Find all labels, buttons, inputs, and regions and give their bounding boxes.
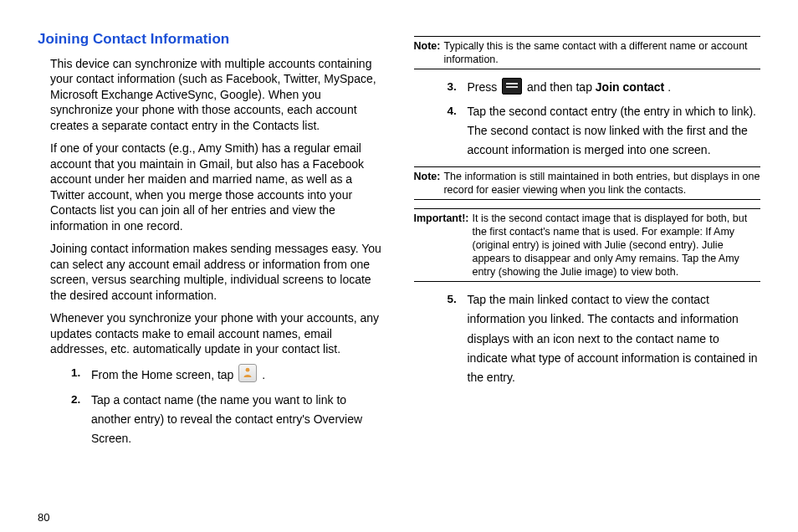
step-text: Tap a contact name (the name you want to… bbox=[91, 393, 362, 445]
page: Joining Contact Information This device … bbox=[0, 0, 798, 532]
note-text: Typically this is the same contact with … bbox=[443, 39, 760, 66]
step-text: Tap the second contact entry (the entry … bbox=[468, 105, 757, 156]
step-item: 3. Press and then tap Join contact . bbox=[448, 78, 761, 97]
step-number: 5. bbox=[448, 290, 457, 309]
step-text: and then tap bbox=[527, 80, 596, 94]
step-text: . bbox=[668, 80, 671, 94]
note-label: Note: bbox=[414, 39, 441, 66]
right-column: Note: Typically this is the same contact… bbox=[414, 29, 761, 506]
step-item: 2. Tap a contact name (the name you want… bbox=[71, 391, 385, 448]
step-item: 5. Tap the main linked contact to view t… bbox=[448, 290, 761, 386]
contacts-icon bbox=[238, 364, 257, 382]
note-block: Note: The information is still maintaine… bbox=[414, 166, 761, 200]
left-column: Joining Contact Information This device … bbox=[38, 29, 385, 506]
steps-list: 1. From the Home screen, tap . 2. Tap a … bbox=[38, 364, 385, 448]
steps-list: 3. Press and then tap Join contact . 4. … bbox=[414, 78, 761, 160]
section-heading: Joining Contact Information bbox=[38, 31, 385, 48]
important-block: Important!: It is the second contact ima… bbox=[414, 208, 761, 282]
svg-point-0 bbox=[246, 368, 250, 372]
paragraph: Whenever you synchronize your phone with… bbox=[50, 310, 385, 356]
step-text: Press bbox=[468, 80, 501, 94]
note-text: The information is still maintained in b… bbox=[443, 170, 760, 197]
page-number: 80 bbox=[38, 506, 760, 532]
step-number: 2. bbox=[71, 391, 80, 409]
note-block: Note: Typically this is the same contact… bbox=[414, 36, 761, 69]
menu-icon bbox=[502, 78, 522, 95]
step-text: . bbox=[262, 368, 265, 381]
important-label: Important!: bbox=[414, 212, 469, 279]
step-text: Tap the main linked contact to view the … bbox=[468, 293, 758, 383]
step-number: 1. bbox=[71, 364, 80, 382]
step-text-bold: Join contact bbox=[596, 80, 664, 94]
step-number: 4. bbox=[448, 102, 457, 120]
important-text: It is the second contact image that is d… bbox=[472, 212, 760, 279]
paragraph: This device can synchronize with multipl… bbox=[50, 56, 385, 133]
step-item: 1. From the Home screen, tap . bbox=[71, 364, 385, 385]
paragraph: If one of your contacts (e.g., Amy Smith… bbox=[50, 141, 385, 233]
step-number: 3. bbox=[448, 78, 457, 96]
note-label: Note: bbox=[414, 170, 441, 197]
step-item: 4. Tap the second contact entry (the ent… bbox=[448, 102, 761, 160]
columns: Joining Contact Information This device … bbox=[38, 29, 760, 506]
paragraph: Joining contact information makes sendin… bbox=[50, 241, 385, 303]
step-text: From the Home screen, tap bbox=[91, 368, 237, 381]
steps-list: 5. Tap the main linked contact to view t… bbox=[414, 290, 761, 386]
